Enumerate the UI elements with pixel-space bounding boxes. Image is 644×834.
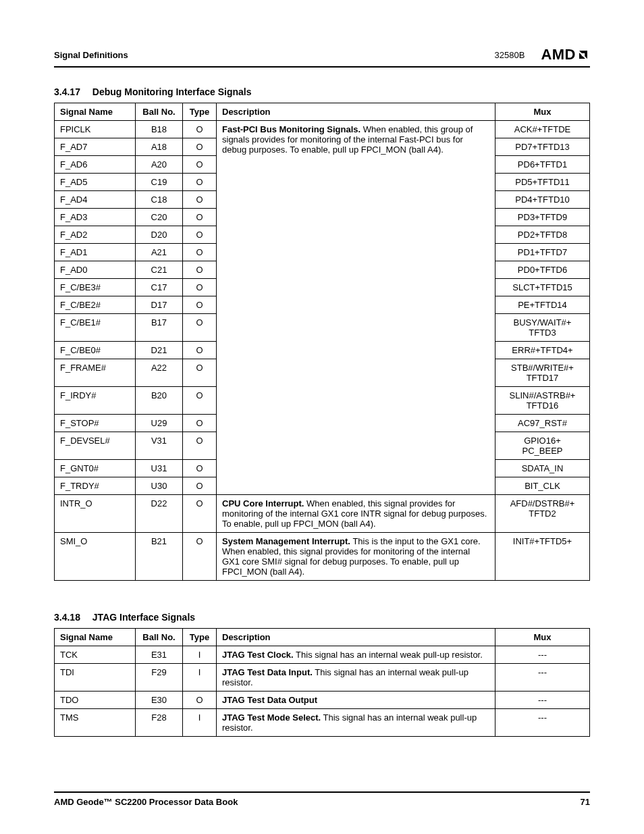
cell-type: O — [183, 209, 217, 226]
cell-mux: PD4+TFTD10 — [495, 191, 590, 209]
cell-ball-no: C19 — [136, 174, 183, 191]
cell-type: O — [183, 226, 217, 244]
cell-description: System Management Interrupt. This is the… — [217, 533, 495, 581]
cell-signal-name: F_IRDY# — [55, 387, 136, 415]
col-ball-no: Ball No. — [136, 103, 183, 121]
cell-ball-no: A21 — [136, 244, 183, 261]
col-signal-name: Signal Name — [55, 103, 136, 121]
cell-signal-name: F_GNT0# — [55, 460, 136, 477]
cell-type: O — [183, 174, 217, 191]
table-header-row: Signal Name Ball No. Type Description Mu… — [55, 629, 590, 646]
cell-type: O — [183, 191, 217, 209]
section-title-jtag: 3.4.18 JTAG Interface Signals — [54, 612, 590, 623]
cell-ball-no: B18 — [136, 121, 183, 138]
cell-description: JTAG Test Mode Select. This signal has a… — [217, 709, 495, 737]
cell-signal-name: F_AD3 — [55, 209, 136, 226]
cell-mux: ERR#+TFTD4+ — [495, 342, 590, 359]
cell-ball-no: C21 — [136, 261, 183, 279]
cell-signal-name: F_AD0 — [55, 261, 136, 279]
cell-mux: --- — [495, 664, 590, 692]
cell-ball-no: D20 — [136, 226, 183, 244]
cell-mux: --- — [495, 709, 590, 737]
cell-type: I — [183, 664, 217, 692]
cell-mux: PD1+TFTD7 — [495, 244, 590, 261]
cell-ball-no: A18 — [136, 138, 183, 156]
cell-type: O — [183, 533, 217, 581]
cell-type: O — [183, 314, 217, 342]
col-mux: Mux — [495, 629, 590, 646]
cell-signal-name: F_TRDY# — [55, 477, 136, 495]
cell-mux: PD0+TFTD6 — [495, 261, 590, 279]
cell-mux: ACK#+TFTDE — [495, 121, 590, 138]
cell-type: O — [183, 415, 217, 432]
cell-type: O — [183, 460, 217, 477]
cell-ball-no: D22 — [136, 495, 183, 533]
cell-mux: BUSY/WAIT#+ TFTD3 — [495, 314, 590, 342]
cell-signal-name: F_DEVSEL# — [55, 432, 136, 460]
page-footer: AMD Geode™ SC2200 Processor Data Book 71 — [54, 791, 590, 807]
cell-type: O — [183, 261, 217, 279]
col-description: Description — [217, 629, 495, 646]
cell-type: I — [183, 646, 217, 664]
cell-mux: AC97_RST# — [495, 415, 590, 432]
cell-ball-no: D17 — [136, 296, 183, 314]
cell-signal-name: F_C/BE1# — [55, 314, 136, 342]
col-description: Description — [217, 103, 495, 121]
section-num: 3.4.17 — [54, 86, 80, 97]
cell-mux: SLCT+TFTD15 — [495, 279, 590, 296]
cell-ball-no: E31 — [136, 646, 183, 664]
cell-mux: PD5+TFTD11 — [495, 174, 590, 191]
table-row: FPICLKB18OFast-PCI Bus Monitoring Signal… — [55, 121, 590, 138]
page-header: Signal Definitions 32580B AMD — [54, 46, 590, 68]
cell-description: JTAG Test Data Input. This signal has an… — [217, 664, 495, 692]
cell-ball-no: C20 — [136, 209, 183, 226]
cell-ball-no: V31 — [136, 432, 183, 460]
cell-type: O — [183, 342, 217, 359]
cell-signal-name: TMS — [55, 709, 136, 737]
cell-ball-no: D21 — [136, 342, 183, 359]
cell-mux: --- — [495, 646, 590, 664]
section-title-debug: 3.4.17 Debug Monitoring Interface Signal… — [54, 86, 590, 97]
table-row: INTR_OD22OCPU Core Interrupt. When enabl… — [55, 495, 590, 533]
section-name: Debug Monitoring Interface Signals — [92, 86, 252, 97]
section-name: JTAG Interface Signals — [92, 612, 195, 623]
cell-signal-name: F_C/BE0# — [55, 342, 136, 359]
cell-mux: PD3+TFTD9 — [495, 209, 590, 226]
cell-ball-no: B21 — [136, 533, 183, 581]
cell-ball-no: U30 — [136, 477, 183, 495]
col-ball-no: Ball No. — [136, 629, 183, 646]
cell-signal-name: F_AD6 — [55, 156, 136, 174]
cell-signal-name: TDI — [55, 664, 136, 692]
cell-mux: BIT_CLK — [495, 477, 590, 495]
table-header-row: Signal Name Ball No. Type Description Mu… — [55, 103, 590, 121]
cell-signal-name: FPICLK — [55, 121, 136, 138]
cell-mux: PD6+TFTD1 — [495, 156, 590, 174]
cell-description: Fast-PCI Bus Monitoring Signals. When en… — [217, 121, 495, 495]
cell-ball-no: F29 — [136, 664, 183, 692]
cell-mux: AFD#/DSTRB#+ TFTD2 — [495, 495, 590, 533]
table-row: TCKE31IJTAG Test Clock. This signal has … — [55, 646, 590, 664]
cell-signal-name: F_C/BE2# — [55, 296, 136, 314]
header-section-name: Signal Definitions — [54, 50, 128, 60]
amd-logo: AMD — [541, 46, 590, 63]
cell-ball-no: E30 — [136, 692, 183, 709]
cell-signal-name: F_FRAME# — [55, 359, 136, 387]
cell-description: CPU Core Interrupt. When enabled, this s… — [217, 495, 495, 533]
cell-type: O — [183, 692, 217, 709]
section-num: 3.4.18 — [54, 612, 80, 623]
cell-signal-name: F_AD7 — [55, 138, 136, 156]
cell-mux: STB#/WRITE#+ TFTD17 — [495, 359, 590, 387]
table-row: TDIF29IJTAG Test Data Input. This signal… — [55, 664, 590, 692]
cell-ball-no: B20 — [136, 387, 183, 415]
cell-signal-name: INTR_O — [55, 495, 136, 533]
cell-ball-no: C18 — [136, 191, 183, 209]
cell-signal-name: TDO — [55, 692, 136, 709]
cell-mux: SDATA_IN — [495, 460, 590, 477]
cell-ball-no: U29 — [136, 415, 183, 432]
cell-signal-name: F_AD4 — [55, 191, 136, 209]
cell-mux: INIT#+TFTD5+ — [495, 533, 590, 581]
cell-ball-no: C17 — [136, 279, 183, 296]
cell-type: O — [183, 296, 217, 314]
cell-type: O — [183, 121, 217, 138]
cell-signal-name: F_AD2 — [55, 226, 136, 244]
